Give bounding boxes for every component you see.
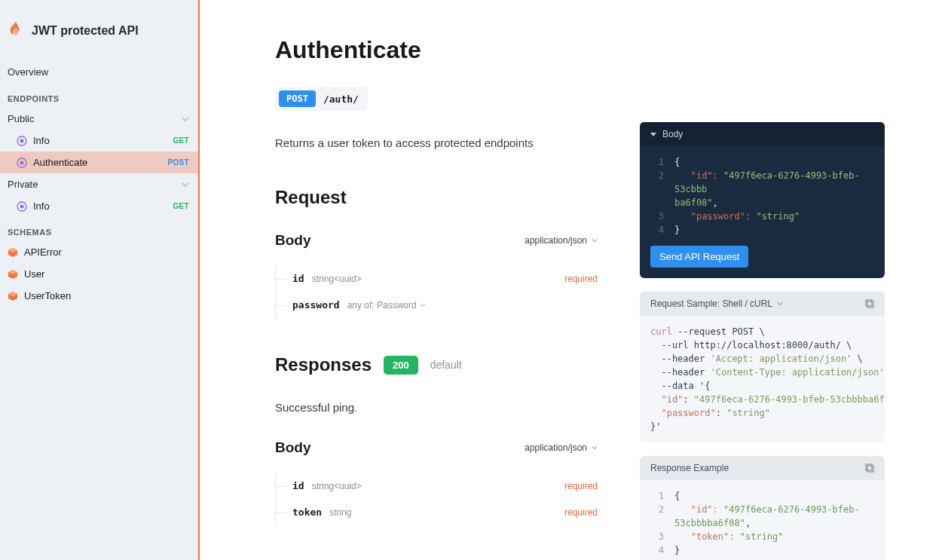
- cube-icon: [8, 291, 18, 301]
- cube-icon: [8, 247, 18, 258]
- content-type-select[interactable]: application/json: [524, 442, 598, 453]
- app-title: JWT protected API: [32, 24, 139, 38]
- endpoint-label: Info: [33, 200, 50, 212]
- svg-rect-7: [866, 300, 872, 306]
- svg-point-1: [20, 139, 24, 142]
- schema-label: APIError: [24, 246, 62, 258]
- schema-label: UserToken: [24, 290, 71, 301]
- page-title: Authenticate: [275, 36, 598, 64]
- chevron-down-icon: [182, 115, 189, 123]
- body-panel-header[interactable]: Body: [640, 122, 885, 146]
- caret-down-icon: [650, 133, 656, 136]
- chevron-down-icon: [777, 301, 783, 307]
- request-field-list: id string<uuid> required password any of…: [275, 265, 598, 318]
- response-field-list: id string<uuid> required token string re…: [275, 473, 598, 525]
- request-sample-panel: Request Sample: Shell / cURL curl --requ…: [640, 292, 885, 442]
- response-example-panel: Response Example 1{2 "id": "497f6eca-627…: [640, 456, 885, 560]
- schema-label: User: [24, 268, 44, 280]
- send-api-request-button[interactable]: Send API Request: [650, 246, 748, 268]
- sidebar-item-info-public[interactable]: Info GET: [0, 130, 198, 151]
- chevron-down-icon: [420, 302, 426, 308]
- copy-icon[interactable]: [865, 299, 874, 308]
- field-required: required: [564, 481, 598, 491]
- field-required: required: [564, 507, 598, 518]
- field-row-token: token string required: [276, 499, 598, 525]
- chevron-down-icon: [592, 237, 598, 243]
- section-label-schemas: SCHEMAS: [0, 217, 198, 241]
- sidebar-item-authenticate[interactable]: Authenticate POST: [0, 151, 198, 173]
- sidebar-group-public[interactable]: Public: [0, 108, 198, 130]
- method-badge: POST: [279, 90, 316, 107]
- svg-rect-6: [867, 301, 873, 308]
- request-heading: Request: [275, 187, 598, 208]
- field-name: id: [292, 480, 304, 491]
- field-name: id: [292, 273, 304, 284]
- request-sample-header: Request Sample: Shell / cURL: [640, 292, 885, 316]
- flame-icon: [8, 21, 24, 41]
- body-code[interactable]: 1{2 "id": "497f6eca-6276-4993-bfeb-53cbb…: [640, 146, 885, 246]
- method-tag: POST: [168, 158, 189, 167]
- endpoint-label: Authenticate: [33, 157, 87, 168]
- chevron-down-icon: [182, 181, 189, 188]
- group-label: Private: [8, 179, 38, 190]
- copy-icon[interactable]: [865, 464, 874, 473]
- body-panel: Body 1{2 "id": "497f6eca-6276-4993-bfeb-…: [640, 122, 885, 278]
- status-label: default: [430, 359, 462, 371]
- svg-point-5: [20, 204, 24, 208]
- sidebar-header: JWT protected API: [0, 0, 198, 60]
- sidebar-item-info-private[interactable]: Info GET: [0, 195, 198, 217]
- field-name: password: [292, 299, 340, 311]
- panel-label: Response Example: [650, 463, 729, 473]
- field-type: string<uuid>: [312, 481, 362, 491]
- field-type-select[interactable]: any of: Password: [347, 300, 426, 311]
- responses-heading: Responses: [275, 354, 372, 375]
- request-sample-code: curl --request POST \ --url http://local…: [640, 316, 885, 442]
- svg-rect-8: [867, 466, 873, 472]
- panel-label: Body: [662, 129, 683, 139]
- content-type-label: application/json: [524, 442, 587, 453]
- section-label-endpoints: ENDPOINTS: [0, 84, 198, 108]
- sidebar-link-overview[interactable]: Overview: [0, 60, 198, 84]
- target-icon: [17, 201, 27, 212]
- status-badge[interactable]: 200: [384, 356, 418, 375]
- field-row-password: password any of: Password: [276, 292, 598, 318]
- sidebar-group-private[interactable]: Private: [0, 173, 198, 195]
- method-tag: GET: [173, 202, 189, 210]
- main: Authenticate POST /auth/ Returns a user …: [200, 0, 945, 560]
- body-heading: Body: [275, 232, 311, 249]
- field-row-id: id string<uuid> required: [276, 265, 598, 292]
- panel-label: Request Sample: Shell / cURL: [650, 298, 772, 309]
- endpoint-description: Returns a user token to access protected…: [275, 136, 598, 149]
- sidebar-schema-user[interactable]: User: [0, 263, 198, 285]
- sidebar-schema-apierror[interactable]: APIError: [0, 241, 198, 263]
- field-required: required: [564, 274, 598, 284]
- target-icon: [17, 158, 27, 168]
- path-text: /auth/: [323, 93, 359, 105]
- field-type: string: [329, 507, 351, 518]
- target-icon: [17, 136, 27, 146]
- response-example-header: Response Example: [640, 456, 885, 480]
- body-heading: Body: [275, 439, 311, 456]
- svg-point-3: [20, 161, 24, 164]
- content-type-select[interactable]: application/json: [524, 235, 598, 246]
- svg-rect-9: [866, 464, 872, 470]
- field-name: token: [292, 506, 322, 518]
- content-type-label: application/json: [524, 235, 587, 246]
- method-path-bar: POST /auth/: [275, 87, 368, 111]
- field-row-id: id string<uuid> required: [276, 473, 598, 499]
- response-example-code: 1{2 "id": "497f6eca-6276-4993-bfeb-53cbb…: [640, 480, 885, 560]
- endpoint-label: Info: [33, 135, 50, 146]
- group-label: Public: [8, 113, 34, 124]
- chevron-down-icon: [592, 445, 598, 451]
- field-type: string<uuid>: [312, 274, 362, 284]
- response-description: Successful ping.: [275, 401, 598, 414]
- cube-icon: [8, 269, 18, 280]
- sidebar-schema-usertoken[interactable]: UserToken: [0, 285, 198, 307]
- method-tag: GET: [173, 136, 189, 145]
- sidebar: JWT protected API Overview ENDPOINTS Pub…: [0, 0, 200, 560]
- request-sample-select[interactable]: Request Sample: Shell / cURL: [650, 298, 783, 309]
